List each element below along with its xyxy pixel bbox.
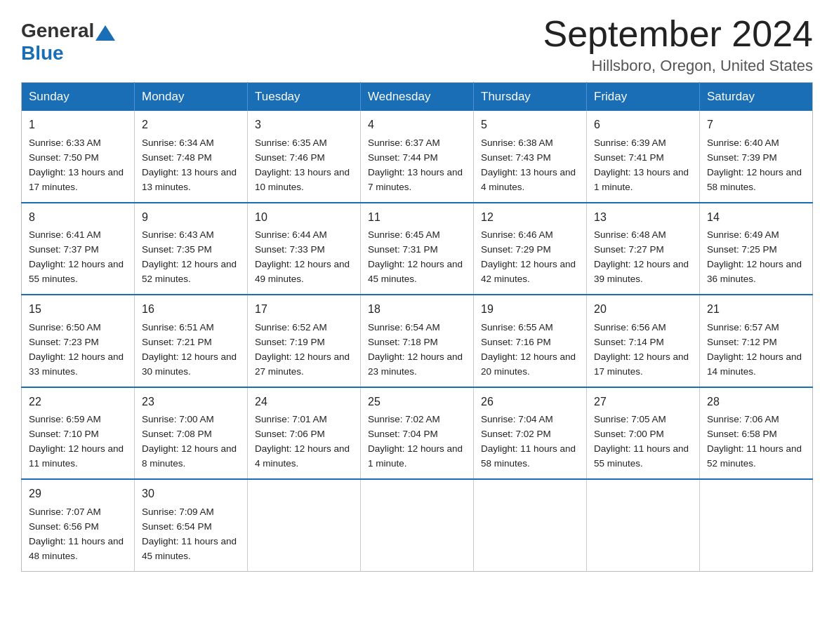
day-number: 28: [707, 394, 805, 411]
day-number: 2: [142, 116, 240, 134]
sunset-text: Sunset: 7:06 PM: [255, 429, 325, 439]
sunset-text: Sunset: 7:44 PM: [368, 152, 438, 163]
sunrise-text: Sunrise: 6:44 AM: [255, 229, 327, 240]
day-number: 23: [142, 394, 240, 411]
sunrise-text: Sunrise: 6:57 AM: [707, 322, 779, 333]
calendar-cell: 4Sunrise: 6:37 AMSunset: 7:44 PMDaylight…: [361, 111, 474, 202]
calendar-cell: 28Sunrise: 7:06 AMSunset: 6:58 PMDayligh…: [700, 387, 813, 479]
day-number: 18: [368, 301, 466, 318]
day-number: 8: [29, 209, 127, 227]
calendar-cell: [587, 479, 700, 571]
daylight-text: Daylight: 12 hours and 58 minutes.: [707, 167, 802, 192]
sunset-text: Sunset: 6:54 PM: [142, 521, 212, 532]
calendar-cell: 30Sunrise: 7:09 AMSunset: 6:54 PMDayligh…: [135, 479, 248, 571]
calendar-cell: 15Sunrise: 6:50 AMSunset: 7:23 PMDayligh…: [22, 295, 135, 387]
sunset-text: Sunset: 7:10 PM: [29, 429, 99, 439]
calendar-cell: 17Sunrise: 6:52 AMSunset: 7:19 PMDayligh…: [248, 295, 361, 387]
weekday-header-monday: Monday: [135, 83, 248, 112]
calendar-cell: 1Sunrise: 6:33 AMSunset: 7:50 PMDaylight…: [22, 111, 135, 202]
logo: General Blue: [21, 20, 115, 65]
calendar-cell: 5Sunrise: 6:38 AMSunset: 7:43 PMDaylight…: [474, 111, 587, 202]
calendar-cell: 22Sunrise: 6:59 AMSunset: 7:10 PMDayligh…: [22, 387, 135, 479]
day-number: 20: [594, 301, 692, 318]
daylight-text: Daylight: 12 hours and 1 minute.: [368, 443, 463, 469]
sunset-text: Sunset: 7:23 PM: [29, 337, 99, 347]
day-number: 26: [481, 394, 579, 411]
calendar-cell: 13Sunrise: 6:48 AMSunset: 7:27 PMDayligh…: [587, 203, 700, 295]
sunrise-text: Sunrise: 7:00 AM: [142, 414, 214, 424]
daylight-text: Daylight: 13 hours and 17 minutes.: [29, 167, 124, 192]
day-number: 10: [255, 209, 353, 227]
sunrise-text: Sunrise: 6:52 AM: [255, 322, 327, 333]
sunset-text: Sunset: 7:27 PM: [594, 244, 664, 255]
daylight-text: Daylight: 12 hours and 49 minutes.: [255, 259, 350, 284]
calendar-cell: [361, 479, 474, 571]
day-number: 5: [481, 116, 579, 134]
daylight-text: Daylight: 13 hours and 13 minutes.: [142, 167, 237, 192]
page-header: General Blue September 2024 Hillsboro, O…: [21, 14, 813, 75]
weekday-header-tuesday: Tuesday: [248, 83, 361, 112]
weekday-header-row: SundayMondayTuesdayWednesdayThursdayFrid…: [22, 83, 813, 112]
day-number: 29: [29, 485, 127, 503]
logo-blue-text: Blue: [21, 42, 64, 65]
daylight-text: Daylight: 13 hours and 1 minute.: [594, 167, 689, 192]
calendar-cell: 24Sunrise: 7:01 AMSunset: 7:06 PMDayligh…: [248, 387, 361, 479]
sunrise-text: Sunrise: 7:06 AM: [707, 414, 779, 424]
sunrise-text: Sunrise: 6:38 AM: [481, 137, 553, 148]
weekday-header-thursday: Thursday: [474, 83, 587, 112]
calendar-cell: [248, 479, 361, 571]
daylight-text: Daylight: 12 hours and 4 minutes.: [255, 443, 350, 469]
logo-general-text: General: [21, 20, 94, 42]
month-title: September 2024: [543, 14, 814, 54]
day-number: 9: [142, 209, 240, 227]
calendar-cell: 19Sunrise: 6:55 AMSunset: 7:16 PMDayligh…: [474, 295, 587, 387]
sunset-text: Sunset: 7:41 PM: [594, 152, 664, 163]
day-number: 17: [255, 301, 353, 318]
sunset-text: Sunset: 7:39 PM: [707, 152, 777, 163]
sunrise-text: Sunrise: 6:35 AM: [255, 137, 327, 148]
sunset-text: Sunset: 6:56 PM: [29, 521, 99, 532]
sunset-text: Sunset: 7:43 PM: [481, 152, 551, 163]
calendar-week-2: 8Sunrise: 6:41 AMSunset: 7:37 PMDaylight…: [22, 203, 813, 295]
sunrise-text: Sunrise: 6:49 AM: [707, 229, 779, 240]
sunrise-text: Sunrise: 6:56 AM: [594, 322, 666, 333]
daylight-text: Daylight: 12 hours and 33 minutes.: [29, 351, 124, 377]
sunrise-text: Sunrise: 6:39 AM: [594, 137, 666, 148]
sunrise-text: Sunrise: 6:51 AM: [142, 322, 214, 333]
sunset-text: Sunset: 7:14 PM: [594, 337, 664, 347]
sunset-text: Sunset: 7:21 PM: [142, 337, 212, 347]
calendar-cell: 9Sunrise: 6:43 AMSunset: 7:35 PMDaylight…: [135, 203, 248, 295]
sunset-text: Sunset: 7:33 PM: [255, 244, 325, 255]
day-number: 4: [368, 116, 466, 134]
calendar-week-1: 1Sunrise: 6:33 AMSunset: 7:50 PMDaylight…: [22, 111, 813, 202]
calendar-cell: 14Sunrise: 6:49 AMSunset: 7:25 PMDayligh…: [700, 203, 813, 295]
day-number: 14: [707, 209, 805, 227]
daylight-text: Daylight: 12 hours and 45 minutes.: [368, 259, 463, 284]
sunset-text: Sunset: 7:16 PM: [481, 337, 551, 347]
sunset-text: Sunset: 7:08 PM: [142, 429, 212, 439]
sunrise-text: Sunrise: 6:37 AM: [368, 137, 440, 148]
sunset-text: Sunset: 7:18 PM: [368, 337, 438, 347]
day-number: 19: [481, 301, 579, 318]
sunset-text: Sunset: 6:58 PM: [707, 429, 777, 439]
day-number: 7: [707, 116, 805, 134]
sunset-text: Sunset: 7:29 PM: [481, 244, 551, 255]
calendar-cell: 23Sunrise: 7:00 AMSunset: 7:08 PMDayligh…: [135, 387, 248, 479]
sunrise-text: Sunrise: 7:01 AM: [255, 414, 327, 424]
sunset-text: Sunset: 7:50 PM: [29, 152, 99, 163]
calendar-cell: 7Sunrise: 6:40 AMSunset: 7:39 PMDaylight…: [700, 111, 813, 202]
calendar-cell: 25Sunrise: 7:02 AMSunset: 7:04 PMDayligh…: [361, 387, 474, 479]
daylight-text: Daylight: 12 hours and 27 minutes.: [255, 351, 350, 377]
calendar-cell: 29Sunrise: 7:07 AMSunset: 6:56 PMDayligh…: [22, 479, 135, 571]
sunset-text: Sunset: 7:25 PM: [707, 244, 777, 255]
daylight-text: Daylight: 12 hours and 23 minutes.: [368, 351, 463, 377]
daylight-text: Daylight: 13 hours and 4 minutes.: [481, 167, 576, 192]
sunrise-text: Sunrise: 6:50 AM: [29, 322, 101, 333]
daylight-text: Daylight: 13 hours and 7 minutes.: [368, 167, 463, 192]
sunrise-text: Sunrise: 6:45 AM: [368, 229, 440, 240]
calendar-cell: 2Sunrise: 6:34 AMSunset: 7:48 PMDaylight…: [135, 111, 248, 202]
sunrise-text: Sunrise: 6:43 AM: [142, 229, 214, 240]
sunset-text: Sunset: 7:02 PM: [481, 429, 551, 439]
daylight-text: Daylight: 11 hours and 52 minutes.: [707, 443, 802, 469]
weekday-header-friday: Friday: [587, 83, 700, 112]
